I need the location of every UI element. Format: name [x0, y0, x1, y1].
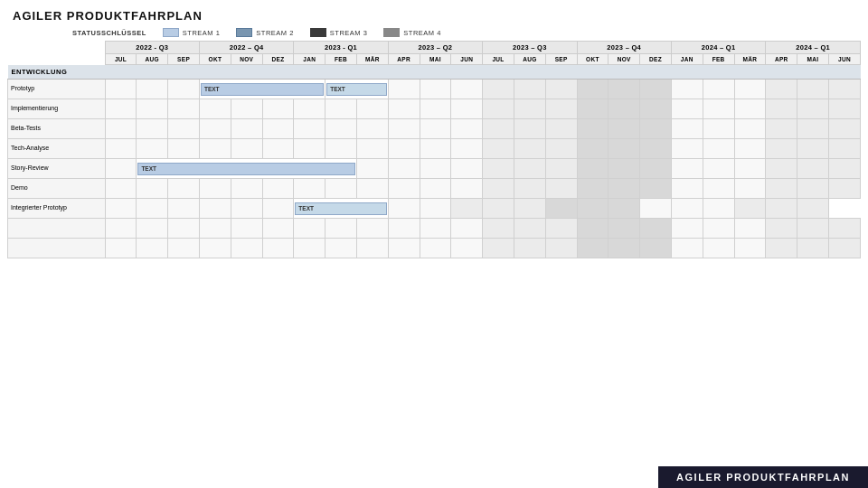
cell: [451, 99, 483, 119]
bar-integrierter-prototyp: TEXT: [294, 199, 388, 219]
cell: [828, 179, 860, 199]
cell: [388, 119, 420, 139]
month-sep: SEP: [168, 54, 200, 65]
cell: [137, 199, 168, 219]
cell: [797, 179, 829, 199]
cell: [577, 179, 609, 199]
cell: [640, 159, 672, 179]
cell: [703, 179, 734, 199]
cell: [137, 139, 168, 159]
cell: [828, 219, 860, 239]
cell: [766, 99, 797, 119]
cell: [451, 159, 483, 179]
cell: [294, 239, 326, 258]
cell: [105, 179, 137, 199]
cell: [294, 119, 326, 139]
stream4-color: [383, 28, 400, 37]
cell: [703, 239, 734, 258]
cell: [828, 159, 860, 179]
cell: [609, 179, 640, 199]
cell: [262, 239, 294, 258]
cell: [483, 99, 514, 119]
cell: [168, 199, 200, 219]
cell: [671, 179, 703, 199]
cell: [703, 159, 734, 179]
cell: [671, 199, 703, 219]
cell: [356, 159, 388, 179]
month-feb2: FEB: [703, 54, 734, 65]
cell: [420, 219, 451, 239]
q-2024-q1: 2024 – Q1: [671, 42, 765, 54]
cell: [199, 239, 231, 258]
cell: [105, 119, 137, 139]
stream3-color: [310, 28, 326, 37]
cell: [451, 219, 483, 239]
cell: [640, 80, 672, 99]
stream3-legend: STREAM 3: [310, 28, 368, 37]
gantt-wrapper: 2022 - Q3 2022 – Q4 2023 - Q1 2023 – Q2 …: [0, 41, 868, 258]
section-entwicklung: ENTWICKLUNG: [8, 65, 861, 80]
month-okt: OKT: [199, 54, 231, 65]
stream2-label: STREAM 2: [256, 29, 294, 37]
cell: [797, 159, 829, 179]
cell: [703, 219, 734, 239]
cell: [797, 119, 829, 139]
cell: [137, 119, 168, 139]
cell: [797, 80, 829, 99]
cell: [609, 139, 640, 159]
cell: [356, 179, 388, 199]
bar-label-prototyp-2: TEXT: [326, 83, 387, 96]
cell: [609, 159, 640, 179]
cell: [766, 139, 797, 159]
cell: [640, 179, 672, 199]
cell: [388, 179, 420, 199]
cell: [609, 80, 640, 99]
cell: [514, 119, 545, 139]
cell: [671, 119, 703, 139]
cell: [828, 139, 860, 159]
cell: [420, 99, 451, 119]
month-mar2: MÄR: [734, 54, 766, 65]
cell: [388, 99, 420, 119]
cell: [828, 80, 860, 99]
cell: [734, 119, 766, 139]
cell: [168, 80, 200, 99]
cell: [577, 159, 609, 179]
cell: [199, 179, 231, 199]
cell: [483, 159, 514, 179]
q-2023-q4: 2023 – Q4: [577, 42, 671, 54]
cell: [797, 139, 829, 159]
cell: [609, 99, 640, 119]
stream1-color: [163, 28, 179, 37]
cell: [451, 179, 483, 199]
cell: [483, 139, 514, 159]
q-2024-q1b: 2024 – Q1: [766, 42, 861, 54]
row-integrierter-prototyp: Integrierter Prototyp TEXT: [8, 199, 861, 219]
cell: [828, 99, 860, 119]
stream4-label: STREAM 4: [403, 29, 441, 37]
cell: [703, 119, 734, 139]
cell: [514, 80, 545, 99]
month-jul: JUL: [105, 54, 137, 65]
cell: [545, 119, 577, 139]
cell: [545, 99, 577, 119]
cell: [703, 80, 734, 99]
month-sep2: SEP: [545, 54, 577, 65]
cell: [105, 99, 137, 119]
cell: [640, 119, 672, 139]
cell: [105, 219, 137, 239]
cell: [545, 80, 577, 99]
footer: AGILER PRODUKTFAHRPLAN: [658, 466, 868, 488]
month-apr2: APR: [766, 54, 797, 65]
q-2022-q4: 2022 – Q4: [199, 42, 293, 54]
cell: [168, 139, 200, 159]
cell: [671, 219, 703, 239]
cell: [483, 219, 514, 239]
cell: [640, 199, 672, 219]
cell: [326, 179, 357, 199]
cell: [420, 139, 451, 159]
label-beta-tests: Beta-Tests: [8, 119, 106, 139]
label-story-review: Story-Review: [8, 159, 106, 179]
label-prototyp: Prototyp: [8, 80, 106, 99]
cell: [326, 239, 357, 258]
